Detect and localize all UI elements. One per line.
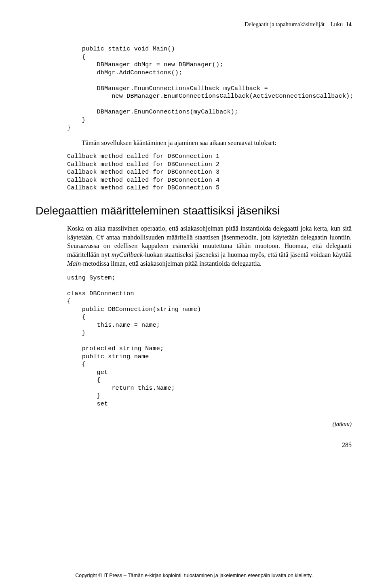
header-chapter-num: 14 xyxy=(344,21,352,27)
header-title: Delegaatit ja tapahtumakäsittelijät xyxy=(245,21,325,27)
header-chapter-label: Luku xyxy=(331,21,343,27)
code-block-1: public static void Main() { DBManager db… xyxy=(67,45,352,132)
page-number: 285 xyxy=(67,441,352,449)
italic-main: Main xyxy=(67,260,81,267)
body-paragraph: Koska on aika massiivinen operaatio, ett… xyxy=(67,225,352,269)
code-block-output: Callback method called for DBConnection … xyxy=(67,153,352,192)
continues-label: (jatkuu) xyxy=(67,420,352,428)
section-heading: Delegaattien määritteleminen staattisiks… xyxy=(36,204,352,219)
page-content: Delegaatit ja tapahtumakäsittelijät Luku… xyxy=(0,0,388,466)
code-block-3: using System; class DBConnection { publi… xyxy=(67,274,352,408)
running-header: Delegaatit ja tapahtumakäsittelijät Luku… xyxy=(53,20,352,28)
italic-mycallback: myCallback xyxy=(112,251,143,258)
copyright-footer: Copyright © IT Press – Tämän e-kirjan ko… xyxy=(0,572,388,580)
intro-text: Tämän sovelluksen kääntäminen ja ajamine… xyxy=(82,139,352,147)
